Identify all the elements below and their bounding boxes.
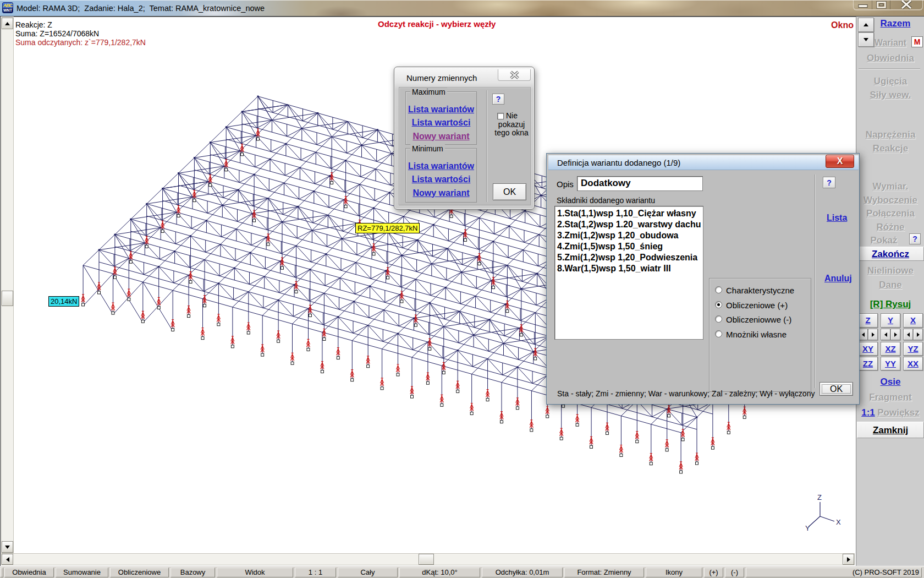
lista-wariantow-min-link[interactable]: Lista wariantów (406, 161, 476, 171)
view-x-button[interactable]: X (903, 313, 923, 328)
scroll-right-button[interactable] (843, 554, 854, 565)
status-obwiednia[interactable]: Obwiednia (4, 568, 54, 577)
scroll-left-button[interactable] (2, 554, 13, 565)
status-dkat[interactable]: dKąt: 10,0° (399, 568, 480, 577)
sidebar-rozne-text: Różne (877, 222, 905, 232)
horizontal-scroll-thumb[interactable] (419, 554, 434, 565)
sidebar-razem-text[interactable]: Razem (881, 18, 911, 29)
sidebar-rysuj[interactable]: [R] Rysuj (856, 299, 924, 310)
horizontal-scrollbar[interactable] (1, 553, 855, 565)
radio-mnozniki[interactable] (715, 330, 722, 337)
anuluj-link[interactable]: Anuluj (824, 274, 852, 283)
minimize-button[interactable] (854, 0, 872, 10)
window-controls (853, 0, 923, 10)
sidebar-razem[interactable]: Razem (872, 18, 919, 29)
status-obliczeniowe[interactable]: Obliczeniowe (110, 568, 169, 577)
view-yz-button[interactable]: YZ (903, 342, 923, 356)
view-zz-label[interactable]: ZZ (863, 359, 873, 368)
lista-wariantow-max-link[interactable]: Lista wariantów (406, 105, 476, 114)
rotate-y-left-button[interactable] (881, 329, 890, 340)
pokaz-help-button[interactable]: ? (909, 233, 921, 244)
sidebar-zamknij-text[interactable]: Zamknij (873, 425, 908, 435)
maximize-button[interactable] (872, 0, 890, 10)
dialog1-ok-button[interactable]: OK (493, 183, 526, 200)
view-xy-label[interactable]: XY (862, 344, 873, 353)
status-bazowy[interactable]: Bazowy (170, 568, 215, 577)
sidebar-osie-text[interactable]: Osie (881, 377, 901, 387)
dialog1-close-button[interactable] (498, 69, 531, 81)
rotate-x-right-button[interactable] (913, 329, 923, 340)
status-odchylka[interactable]: Odchyłka: 0,01m (482, 568, 563, 577)
sidebar-rysuj-text[interactable]: [R] Rysuj (870, 299, 911, 309)
sidebar-zamknij[interactable]: Zamknij (857, 422, 924, 438)
nowy-wariant-max-link[interactable]: Nowy wariant (406, 132, 476, 141)
status-format[interactable]: Format: Zmienny (564, 568, 644, 577)
list-item[interactable]: 8.War(1,5)wsp 1,50_wiatr III (557, 263, 701, 274)
lista-link[interactable]: Lista (827, 213, 847, 223)
rotate-x-right-icon (917, 332, 920, 337)
list-item[interactable]: 3.Zmi(1,2)wsp 1,20_obudowa (557, 230, 701, 241)
left-arrow-icon (6, 557, 9, 562)
status-minus[interactable]: (-) (725, 568, 744, 577)
dialog1-help-button[interactable]: ? (492, 94, 504, 105)
dialog-numery-zmiennych: Numery zmiennych Maximum Lista wariantów… (394, 67, 535, 210)
lista-wartosci-max-link[interactable]: Lista wartości (406, 118, 476, 128)
view-z-button[interactable]: Z (858, 313, 878, 328)
view-x-label[interactable]: X (910, 315, 916, 325)
scroll-down-button[interactable] (2, 541, 13, 553)
skladniki-listbox[interactable]: 1.Sta(1,1)wsp 1,10_Ciężar własny2.Sta(1,… (554, 206, 703, 340)
view-xx-label[interactable]: XX (908, 359, 919, 368)
list-item[interactable]: 5.Zmi(1,2)wsp 1,20_Podwieszenia (557, 252, 701, 263)
title-bar: ABC WNT Model: RAMA 3D; Zadanie: Hala_2;… (0, 0, 924, 17)
sidebar-zakoncz[interactable]: Zakończ (857, 247, 924, 261)
status-sumowanie[interactable]: Sumowanie (56, 568, 108, 577)
status-widok[interactable]: Widok (217, 568, 293, 577)
radio-obliczeniowe-plus[interactable] (715, 301, 722, 308)
rotate-x-left-button[interactable] (903, 329, 913, 340)
dialog2-ok-button[interactable]: OK (820, 382, 853, 396)
status-ikony[interactable]: Ikony (646, 568, 702, 577)
view-zz-button[interactable]: ZZ (858, 357, 878, 370)
dialog2-help-button[interactable]: ? (823, 177, 835, 188)
vertical-scrollbar[interactable] (1, 17, 14, 553)
view-xy-button[interactable]: XY (858, 342, 878, 356)
status-plus[interactable]: (+) (704, 568, 723, 577)
scroll-up-button[interactable] (2, 18, 13, 29)
view-yy-button[interactable]: YY (881, 357, 900, 370)
view-xx-button[interactable]: XX (903, 357, 923, 370)
dialog2-close-button[interactable]: X (826, 155, 854, 168)
sidebar-sily-wew: Siły wew. (856, 90, 924, 101)
list-item[interactable]: 1.Sta(1,1)wsp 1,10_Ciężar własny (557, 208, 701, 219)
dialog2-note: Sta - stały; Zmi - zmienny; War - warunk… (557, 389, 815, 398)
radio-obliczeniowe-minus-label: Obliczeniowwe (-) (726, 315, 791, 324)
sidebar-osie[interactable]: Osie (856, 377, 924, 388)
rotate-z-right-button[interactable] (868, 329, 878, 340)
sidebar-powieksz-row: 1:1 Powiększ (856, 407, 924, 418)
close-button[interactable] (890, 0, 922, 10)
vertical-scroll-thumb[interactable] (2, 291, 13, 306)
view-z-label[interactable]: Z (865, 315, 870, 325)
lista-wartosci-min-link[interactable]: Lista wartości (406, 175, 476, 184)
status-skala[interactable]: 1 : 1 (295, 568, 336, 577)
list-item[interactable]: 2.Sta(1,2)wsp 1.20_warstwy dachu (557, 219, 701, 230)
sidebar-zakoncz-text[interactable]: Zakończ (872, 249, 909, 259)
dialog2-title: Definicja wariantu dodanego (1/9) (557, 158, 680, 167)
nowy-wariant-min-link[interactable]: Nowy wariant (406, 188, 476, 198)
rotate-y-right-button[interactable] (890, 329, 900, 340)
status-caly[interactable]: Cały (338, 568, 398, 577)
view-yz-label[interactable]: YZ (908, 344, 918, 353)
radio-obliczeniowe-minus[interactable] (715, 315, 722, 323)
view-yy-label[interactable]: YY (885, 359, 896, 368)
sidebar-polaczenia-text: Połączenia (866, 208, 915, 219)
dont-show-checkbox[interactable] (497, 113, 504, 119)
opis-input[interactable]: Dodatkowy (577, 176, 703, 191)
view-xz-button[interactable]: XZ (881, 342, 900, 356)
view-xz-label[interactable]: XZ (885, 344, 895, 353)
one-one-link[interactable]: 1:1 (861, 407, 875, 418)
view-y-label[interactable]: Y (888, 315, 893, 325)
prompt-text: Odczyt reakcji - wybierz węzły (378, 19, 496, 29)
view-y-button[interactable]: Y (881, 313, 900, 328)
radio-charakterystyczne[interactable] (715, 286, 722, 293)
list-item[interactable]: 4.Zmi(1,5)wsp 1,50_śnieg (557, 241, 701, 252)
app-icon-abc: ABC (3, 3, 13, 8)
